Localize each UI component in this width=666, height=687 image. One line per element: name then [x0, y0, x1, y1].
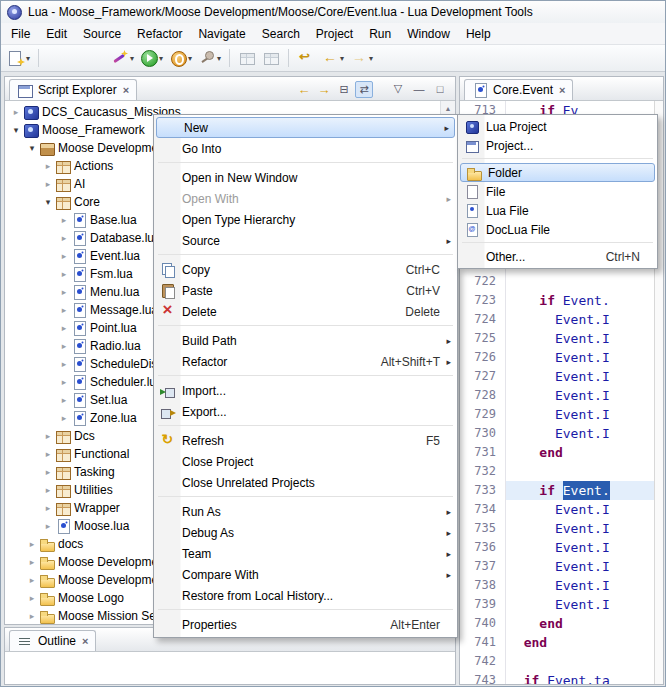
tree-collapsed-arrow-icon[interactable]: ▸ [57, 377, 71, 387]
menu-item-source[interactable]: Source▸ [155, 230, 456, 251]
menu-item-run-as[interactable]: Run As▸ [155, 501, 456, 522]
forward-history-icon[interactable]: → [315, 81, 333, 98]
tab-script-explorer[interactable]: Script Explorer × [9, 79, 137, 100]
code-line[interactable]: Event.I [506, 538, 654, 557]
tree-collapsed-arrow-icon[interactable]: ▸ [57, 359, 71, 369]
menu-item-close-unrelated-projects[interactable]: Close Unrelated Projects [155, 472, 456, 493]
tree-collapsed-arrow-icon[interactable]: ▸ [41, 179, 55, 189]
code-line[interactable]: Event.I [506, 310, 654, 329]
view-menu-icon[interactable]: ▽ [389, 80, 407, 97]
code-line[interactable]: Event.I [506, 576, 654, 595]
code-line[interactable]: if Event. [506, 291, 654, 310]
tree-collapsed-arrow-icon[interactable]: ▸ [57, 215, 71, 225]
tree-collapsed-arrow-icon[interactable]: ▸ [25, 593, 39, 603]
scroll-up-icon[interactable]: ▲ [441, 101, 455, 115]
code-line[interactable]: Event.I [506, 405, 654, 424]
close-icon[interactable]: × [559, 84, 565, 96]
menu-source[interactable]: Source [75, 24, 129, 44]
back-history-icon[interactable]: ← [295, 81, 313, 98]
menu-item-new[interactable]: New▸ [156, 117, 455, 138]
table-2-button[interactable] [260, 47, 282, 70]
code-line[interactable]: end [506, 443, 654, 462]
tab-core-event[interactable]: Core.Event × [464, 79, 573, 100]
menu-item-open-type-hierarchy[interactable]: Open Type Hierarchy [155, 209, 456, 230]
maximize-icon[interactable]: □ [431, 80, 449, 97]
dropdown-caret-icon[interactable]: ▾ [26, 54, 30, 63]
tree-collapsed-arrow-icon[interactable]: ▸ [41, 161, 55, 171]
menu-item-open-in-new-window[interactable]: Open in New Window [155, 167, 456, 188]
tree-collapsed-arrow-icon[interactable]: ▸ [57, 413, 71, 423]
menu-item-other[interactable]: Other...Ctrl+N [459, 247, 656, 266]
menu-refactor[interactable]: Refactor [129, 24, 190, 44]
menu-edit[interactable]: Edit [38, 24, 75, 44]
menu-item-refresh[interactable]: RefreshF5 [155, 430, 456, 451]
dropdown-caret-icon[interactable]: ▾ [217, 54, 221, 63]
tree-collapsed-arrow-icon[interactable]: ▸ [57, 395, 71, 405]
menu-navigate[interactable]: Navigate [190, 24, 253, 44]
new-wizard-button[interactable]: ▾ [5, 47, 32, 70]
code-line[interactable] [506, 652, 654, 671]
tree-collapsed-arrow-icon[interactable]: ▸ [57, 233, 71, 243]
code-line[interactable]: Event.I [506, 595, 654, 614]
menu-item-import[interactable]: Import... [155, 380, 456, 401]
coverage-button[interactable]: ▾ [167, 47, 194, 70]
code-line[interactable]: Event.I [506, 348, 654, 367]
menu-item-properties[interactable]: PropertiesAlt+Enter [155, 614, 456, 635]
menu-file[interactable]: File [3, 24, 38, 44]
tree-expanded-arrow-icon[interactable]: ▾ [41, 197, 55, 207]
menu-item-build-path[interactable]: Build Path▸ [155, 330, 456, 351]
menu-run[interactable]: Run [361, 24, 399, 44]
dropdown-caret-icon[interactable]: ▾ [340, 54, 344, 63]
close-icon[interactable]: × [123, 84, 129, 96]
menu-item-file[interactable]: File [459, 182, 656, 201]
tree-collapsed-arrow-icon[interactable]: ▸ [57, 341, 71, 351]
tree-collapsed-arrow-icon[interactable]: ▸ [41, 503, 55, 513]
last-edit-location-button[interactable] [295, 47, 317, 70]
menu-search[interactable]: Search [254, 24, 308, 44]
menu-item-lua-project[interactable]: Lua Project [459, 117, 656, 136]
menu-item-project[interactable]: Project... [459, 136, 656, 155]
code-line[interactable]: Event.I [506, 367, 654, 386]
dropdown-caret-icon[interactable]: ▾ [130, 54, 134, 63]
tree-collapsed-arrow-icon[interactable]: ▸ [57, 323, 71, 333]
tree-collapsed-arrow-icon[interactable]: ▸ [25, 575, 39, 585]
tree-collapsed-arrow-icon[interactable]: ▸ [41, 485, 55, 495]
menu-help[interactable]: Help [458, 24, 499, 44]
menu-item-delete[interactable]: DeleteDelete [155, 301, 456, 322]
code-line[interactable]: end [506, 614, 654, 633]
forward-history-button[interactable]: ▾ [348, 47, 375, 70]
tree-collapsed-arrow-icon[interactable]: ▸ [41, 449, 55, 459]
minimize-icon[interactable]: — [410, 80, 428, 97]
code-line[interactable]: if Event.ta [506, 671, 654, 684]
menu-item-go-into[interactable]: Go Into [155, 138, 456, 159]
tree-collapsed-arrow-icon[interactable]: ▸ [57, 287, 71, 297]
code-line[interactable]: Event.I [506, 424, 654, 443]
tree-collapsed-arrow-icon[interactable]: ▸ [57, 305, 71, 315]
menu-item-refactor[interactable]: RefactorAlt+Shift+T▸ [155, 351, 456, 372]
code-line[interactable]: Event.I [506, 386, 654, 405]
menu-item-debug-as[interactable]: Debug As▸ [155, 522, 456, 543]
menu-item-lua-file[interactable]: Lua File [459, 201, 656, 220]
menu-item-export[interactable]: Export... [155, 401, 456, 422]
tab-outline[interactable]: Outline × [9, 630, 96, 651]
tree-expanded-arrow-icon[interactable]: ▾ [25, 143, 39, 153]
link-with-editor-icon[interactable]: ⇄ [355, 81, 373, 98]
code-line[interactable] [506, 272, 654, 291]
tree-collapsed-arrow-icon[interactable]: ▸ [41, 467, 55, 477]
menu-window[interactable]: Window [399, 24, 458, 44]
code-line[interactable]: Event.I [506, 557, 654, 576]
menu-item-team[interactable]: Team▸ [155, 543, 456, 564]
tree-collapsed-arrow-icon[interactable]: ▸ [57, 269, 71, 279]
external-tools-button[interactable]: ▾ [109, 47, 136, 70]
menu-item-open-with[interactable]: Open With▸ [155, 188, 456, 209]
tree-collapsed-arrow-icon[interactable]: ▸ [57, 251, 71, 261]
table-1-button[interactable] [236, 47, 258, 70]
menu-item-doclua-file[interactable]: DocLua File [459, 220, 656, 239]
back-history-button[interactable]: ▾ [319, 47, 346, 70]
menu-item-close-project[interactable]: Close Project [155, 451, 456, 472]
dropdown-caret-icon[interactable]: ▾ [369, 54, 373, 63]
menu-item-compare-with[interactable]: Compare With▸ [155, 564, 456, 585]
code-line[interactable]: Event.I [506, 500, 654, 519]
code-line[interactable]: Event.I [506, 519, 654, 538]
titlebar[interactable]: Lua - Moose_Framework/Moose Development/… [1, 1, 665, 23]
